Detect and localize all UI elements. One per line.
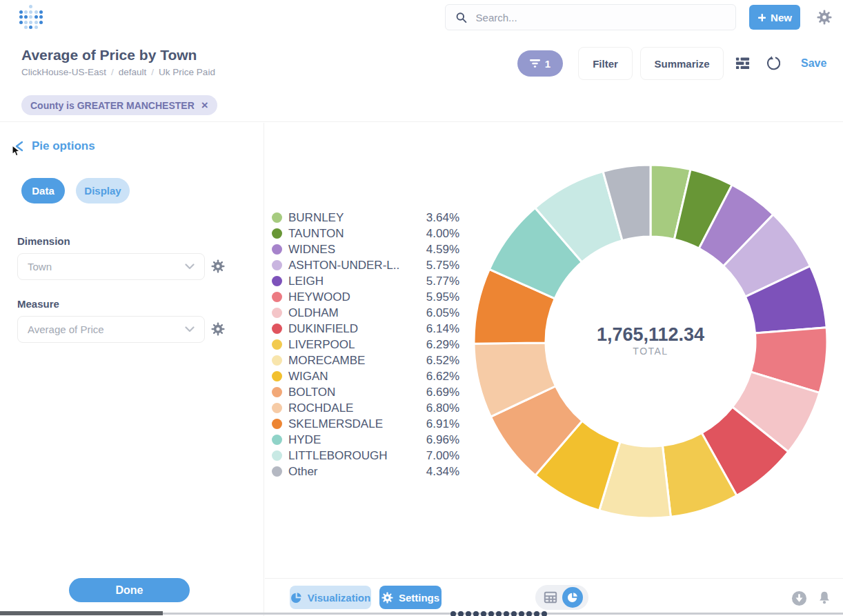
gear-icon	[381, 592, 393, 604]
legend-label: BURNLEY	[288, 211, 344, 225]
dimension-select[interactable]: Town	[17, 253, 205, 280]
legend-label: TAUNTON	[288, 227, 344, 241]
donut-chart: 1,765,112.34 TOTAL	[470, 161, 831, 522]
legend-label: WIDNES	[288, 243, 335, 257]
breadcrumb: ClickHouse-US-East/default/Uk Price Paid	[21, 67, 215, 77]
breadcrumb-database[interactable]: ClickHouse-US-East	[21, 67, 106, 77]
legend-label: LITTLEBOROUGH	[288, 449, 388, 463]
search-icon	[455, 11, 468, 24]
gear-icon[interactable]	[817, 10, 832, 25]
legend-percent: 6.05%	[426, 306, 459, 320]
tab-display[interactable]: Display	[76, 178, 130, 203]
legend-swatch-icon	[272, 355, 282, 366]
legend-item[interactable]: MORECAMBE6.52%	[272, 352, 459, 368]
legend-item[interactable]: ROCHDALE6.80%	[272, 400, 459, 416]
sidebar-heading[interactable]: Pie options	[32, 139, 95, 153]
measure-settings-gear-icon[interactable]	[211, 322, 225, 336]
legend-swatch-icon	[272, 371, 282, 381]
chevron-down-icon	[185, 264, 195, 270]
legend-percent: 6.96%	[426, 433, 459, 447]
settings-button[interactable]: Settings	[379, 586, 442, 609]
legend-item[interactable]: ASHTON-UNDER-L..5.75%	[272, 257, 459, 273]
legend-item[interactable]: BURNLEY3.64%	[272, 210, 459, 226]
new-button-label: New	[771, 12, 792, 23]
visualization-button[interactable]: Visualization	[290, 586, 371, 609]
chart-total-label: TOTAL	[470, 346, 831, 357]
filter-pill[interactable]: County is GREATER MANCHESTER ×	[21, 95, 217, 115]
legend-label: HYDE	[288, 433, 321, 447]
bottom-dots-decoration	[450, 611, 547, 616]
legend-swatch-icon	[272, 324, 282, 334]
done-button[interactable]: Done	[69, 578, 190, 602]
settings-button-label: Settings	[399, 592, 439, 604]
legend-item[interactable]: OLDHAM6.05%	[272, 305, 459, 321]
dimension-label: Dimension	[17, 235, 70, 247]
pie-view-toggle[interactable]	[562, 587, 583, 608]
top-nav: New	[0, 0, 843, 34]
legend-percent: 5.75%	[426, 259, 459, 272]
legend-label: OLDHAM	[288, 306, 339, 320]
legend-label: SKELMERSDALE	[288, 417, 383, 431]
metabase-logo-icon[interactable]	[19, 5, 43, 30]
new-button[interactable]: New	[749, 5, 800, 30]
legend-swatch-icon	[272, 403, 282, 413]
plus-icon	[757, 13, 766, 22]
tab-data[interactable]: Data	[21, 178, 65, 203]
refresh-icon[interactable]	[766, 56, 780, 70]
legend-item[interactable]: BOLTON6.69%	[272, 384, 459, 400]
legend-percent: 4.00%	[426, 227, 459, 241]
legend-swatch-icon	[272, 276, 282, 286]
save-button[interactable]: Save	[801, 57, 826, 70]
legend-percent: 6.52%	[426, 354, 459, 368]
filter-button[interactable]: Filter	[578, 47, 633, 80]
legend-item[interactable]: DUKINFIELD6.14%	[272, 321, 459, 337]
measure-select[interactable]: Average of Price	[17, 316, 205, 343]
search-input[interactable]	[476, 12, 726, 23]
legend-item[interactable]: WIGAN6.62%	[272, 368, 459, 384]
dimension-settings-gear-icon[interactable]	[211, 259, 225, 273]
legend-label: LEIGH	[288, 275, 324, 288]
legend-swatch-icon	[272, 260, 282, 270]
dimension-value: Town	[28, 261, 52, 272]
breadcrumb-table[interactable]: Uk Price Paid	[159, 67, 215, 77]
table-view-icon[interactable]	[544, 590, 557, 604]
breadcrumb-schema[interactable]: default	[119, 67, 147, 77]
legend-item[interactable]: LIVERPOOL6.29%	[272, 337, 459, 352]
legend-item[interactable]: HEYWOOD5.95%	[272, 289, 459, 305]
visualization-canvas: BURNLEY3.64%TAUNTON4.00%WIDNES4.59%ASHTO…	[265, 123, 843, 578]
summarize-button[interactable]: Summarize	[640, 47, 724, 80]
legend-label: LIVERPOOL	[288, 338, 355, 352]
remove-filter-icon[interactable]: ×	[201, 99, 208, 111]
legend-percent: 4.59%	[426, 243, 459, 257]
search-bar[interactable]	[445, 4, 736, 30]
legend-swatch-icon	[272, 387, 282, 397]
legend-percent: 4.34%	[426, 465, 459, 479]
download-icon[interactable]	[791, 590, 807, 606]
legend-percent: 6.62%	[426, 370, 459, 384]
pie-chart-icon	[290, 592, 302, 604]
filter-count-badge[interactable]: 1	[517, 50, 563, 77]
pie-chart-icon	[567, 592, 578, 603]
notebook-icon[interactable]	[735, 56, 750, 70]
visualization-button-label: Visualization	[308, 592, 370, 604]
legend-swatch-icon	[272, 292, 282, 302]
legend-percent: 3.64%	[426, 211, 459, 225]
bell-icon[interactable]	[817, 590, 831, 605]
legend-swatch-icon	[272, 228, 282, 239]
legend-item[interactable]: Other4.34%	[272, 464, 459, 479]
legend-percent: 7.00%	[426, 449, 459, 463]
legend-item[interactable]: WIDNES4.59%	[272, 241, 459, 257]
legend-item[interactable]: HYDE6.96%	[272, 432, 459, 448]
back-chevron-icon[interactable]	[14, 141, 24, 152]
legend-swatch-icon	[272, 435, 282, 445]
horizontal-scrollbar-thumb[interactable]	[0, 611, 163, 615]
legend-item[interactable]: SKELMERSDALE6.91%	[272, 416, 459, 432]
legend-label: HEYWOOD	[288, 290, 350, 304]
legend-item[interactable]: LEIGH5.77%	[272, 273, 459, 289]
legend-label: DUKINFIELD	[288, 322, 358, 336]
legend-swatch-icon	[272, 244, 282, 255]
legend-item[interactable]: LITTLEBOROUGH7.00%	[272, 448, 459, 464]
legend-item[interactable]: TAUNTON4.00%	[272, 226, 459, 241]
legend-swatch-icon	[272, 419, 282, 429]
legend-label: ROCHDALE	[288, 401, 353, 415]
